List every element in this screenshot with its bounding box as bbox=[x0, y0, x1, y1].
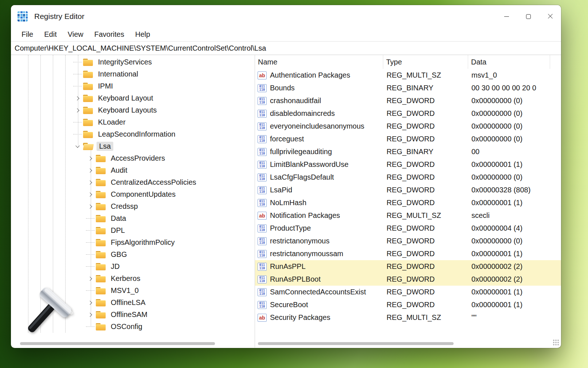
registry-value-row-secureboot[interactable]: 011110SecureBootREG_DWORD0x00000001 (1) bbox=[255, 298, 561, 311]
column-header-data[interactable]: Data bbox=[468, 55, 550, 69]
value-data: 0x00000328 (808) bbox=[468, 186, 561, 194]
registry-value-row-authentication-packages[interactable]: abAuthentication PackagesREG_MULTI_SZmsv… bbox=[255, 69, 561, 82]
tree-item-kloader[interactable]: KLoader bbox=[11, 116, 255, 128]
binary-value-icon: 011110 bbox=[258, 135, 267, 143]
menu-item-edit[interactable]: Edit bbox=[39, 29, 62, 40]
menu-item-view[interactable]: View bbox=[62, 29, 89, 40]
tree-item-data[interactable]: Data bbox=[11, 212, 255, 224]
value-name-cell: 011110SecureBoot bbox=[255, 301, 383, 309]
value-type: REG_DWORD bbox=[383, 97, 468, 105]
registry-value-row-restrictanonymoussam[interactable]: 011110restrictanonymoussamREG_DWORD0x000… bbox=[255, 247, 561, 260]
tree-item-credssp[interactable]: Credssp bbox=[11, 200, 255, 212]
maximize-button[interactable] bbox=[517, 5, 539, 28]
tree-item-dpl[interactable]: DPL bbox=[11, 224, 255, 236]
value-data: 0x00000001 (1) bbox=[468, 250, 561, 258]
close-button[interactable] bbox=[539, 5, 561, 28]
list-horizontal-scrollbar[interactable] bbox=[258, 342, 454, 345]
tree-item-componentupdates[interactable]: ComponentUpdates bbox=[11, 188, 255, 200]
chevron-right-icon[interactable] bbox=[85, 309, 96, 321]
tree-item-label: OfflineSAM bbox=[109, 310, 149, 319]
tree-item-keyboard-layouts[interactable]: Keyboard Layouts bbox=[11, 104, 255, 116]
registry-value-row-runaspplboot[interactable]: 011110RunAsPPLBootREG_DWORD0x00000002 (2… bbox=[255, 273, 561, 286]
registry-value-row-security-packages[interactable]: abSecurity PackagesREG_MULTI_SZ"" bbox=[255, 311, 561, 324]
resize-grip[interactable] bbox=[553, 339, 559, 346]
minimize-button[interactable] bbox=[495, 5, 517, 28]
value-name-cell: 011110LsaCfgFlagsDefault bbox=[255, 173, 383, 181]
chevron-right-icon[interactable] bbox=[85, 176, 96, 188]
tree-connector bbox=[85, 212, 96, 224]
value-type: REG_DWORD bbox=[383, 199, 468, 207]
chevron-right-icon[interactable] bbox=[85, 273, 96, 285]
value-type: REG_DWORD bbox=[383, 275, 468, 283]
registry-value-row-everyoneincludesanonymous[interactable]: 011110everyoneincludesanonymousREG_DWORD… bbox=[255, 120, 561, 133]
tree-item-label: Lsa bbox=[97, 142, 113, 151]
tree-item-accessproviders[interactable]: AccessProviders bbox=[11, 152, 255, 164]
registry-value-row-nolmhash[interactable]: 011110NoLmHashREG_DWORD0x00000001 (1) bbox=[255, 196, 561, 209]
registry-value-row-crashonauditfail[interactable]: 011110crashonauditfailREG_DWORD0x0000000… bbox=[255, 94, 561, 107]
folder-icon bbox=[96, 323, 106, 330]
tree-item-label: Data bbox=[109, 214, 128, 223]
tree-item-leapsecondinformation[interactable]: LeapSecondInformation bbox=[11, 128, 255, 140]
registry-value-row-disabledomaincreds[interactable]: 011110disabledomaincredsREG_DWORD0x00000… bbox=[255, 107, 561, 120]
menu-item-file[interactable]: File bbox=[16, 29, 39, 40]
menu-item-help[interactable]: Help bbox=[130, 29, 156, 40]
menu-item-favorites[interactable]: Favorites bbox=[89, 29, 130, 40]
chevron-right-icon[interactable] bbox=[85, 188, 96, 200]
string-value-icon: ab bbox=[258, 314, 267, 322]
tree-item-kerberos[interactable]: Kerberos bbox=[11, 273, 255, 285]
menu-bar: FileEditViewFavoritesHelp bbox=[11, 28, 561, 41]
chevron-right-icon[interactable] bbox=[85, 152, 96, 164]
value-name-cell: 011110RunAsPPLBoot bbox=[255, 275, 383, 283]
chevron-right-icon[interactable] bbox=[85, 200, 96, 212]
tree-item-fipsalgorithmpolicy[interactable]: FipsAlgorithmPolicy bbox=[11, 236, 255, 248]
value-name-cell: 011110LimitBlankPasswordUse bbox=[255, 160, 383, 169]
registry-values-pane: Name Type Data abAuthentication Packages… bbox=[255, 55, 561, 348]
tree-item-ipmi[interactable]: IPMI bbox=[11, 80, 255, 92]
tree-item-lsa[interactable]: Lsa bbox=[11, 140, 255, 152]
registry-value-row-lsacfgflagsdefault[interactable]: 011110LsaCfgFlagsDefaultREG_DWORD0x00000… bbox=[255, 171, 561, 184]
column-header-name[interactable]: Name bbox=[255, 55, 383, 69]
list-rows: abAuthentication PackagesREG_MULTI_SZmsv… bbox=[255, 69, 561, 324]
tree-item-centralizedaccesspolicies[interactable]: CentralizedAccessPolicies bbox=[11, 176, 255, 188]
column-header-type[interactable]: Type bbox=[383, 55, 468, 69]
chevron-right-icon[interactable] bbox=[72, 104, 83, 116]
tree-item-audit[interactable]: Audit bbox=[11, 164, 255, 176]
value-name-cell: 011110NoLmHash bbox=[255, 199, 383, 207]
value-type: REG_DWORD bbox=[383, 288, 468, 296]
tree-item-label: KLoader bbox=[97, 118, 127, 127]
binary-value-icon: 011110 bbox=[258, 173, 267, 181]
registry-value-row-runasppl[interactable]: 011110RunAsPPLREG_DWORD0x00000002 (2) bbox=[255, 260, 561, 273]
tree-item-international[interactable]: International bbox=[11, 68, 255, 80]
registry-value-row-notification-packages[interactable]: abNotification PackagesREG_MULTI_SZscecl… bbox=[255, 209, 561, 222]
value-data: 0x00000000 (0) bbox=[468, 97, 561, 105]
tree-item-gbg[interactable]: GBG bbox=[11, 248, 255, 261]
registry-value-row-restrictanonymous[interactable]: 011110restrictanonymousREG_DWORD0x000000… bbox=[255, 235, 561, 247]
tree-item-integrityservices[interactable]: IntegrityServices bbox=[11, 56, 255, 68]
registry-value-row-producttype[interactable]: 011110ProductTypeREG_DWORD0x00000004 (4) bbox=[255, 222, 561, 235]
chevron-down-icon[interactable] bbox=[72, 140, 83, 152]
chevron-right-icon[interactable] bbox=[72, 92, 83, 104]
value-name-cell: 011110restrictanonymoussam bbox=[255, 250, 383, 258]
registry-value-row-bounds[interactable]: 011110BoundsREG_BINARY00 30 00 00 00 20 … bbox=[255, 82, 561, 94]
registry-value-row-limitblankpassworduse[interactable]: 011110LimitBlankPasswordUseREG_DWORD0x00… bbox=[255, 158, 561, 171]
registry-value-row-forceguest[interactable]: 011110forceguestREG_DWORD0x00000000 (0) bbox=[255, 133, 561, 145]
value-type: REG_DWORD bbox=[383, 186, 468, 194]
registry-value-row-lsapid[interactable]: 011110LsaPidREG_DWORD0x00000328 (808) bbox=[255, 184, 561, 196]
tree-item-jd[interactable]: JD bbox=[11, 261, 255, 273]
binary-value-icon: 011110 bbox=[258, 199, 267, 207]
folder-icon bbox=[96, 155, 106, 162]
registry-value-row-samconnectedaccountsexist[interactable]: 011110SamConnectedAccountsExistREG_DWORD… bbox=[255, 286, 561, 298]
value-type: REG_DWORD bbox=[383, 224, 468, 232]
value-name-cell: abSecurity Packages bbox=[255, 313, 383, 322]
maximize-icon bbox=[526, 14, 531, 19]
registry-value-row-fullprivilegeauditing[interactable]: 011110fullprivilegeauditingREG_BINARY00 bbox=[255, 145, 561, 158]
value-data: 00 30 00 00 00 20 0 bbox=[468, 84, 561, 92]
value-data: 00 bbox=[468, 148, 561, 156]
tree-item-keyboard-layout[interactable]: Keyboard Layout bbox=[11, 92, 255, 104]
chevron-right-icon[interactable] bbox=[85, 164, 96, 176]
registry-editor-icon bbox=[17, 11, 28, 21]
address-bar[interactable]: Computer\HKEY_LOCAL_MACHINE\SYSTEM\Curre… bbox=[11, 41, 561, 55]
value-type: REG_DWORD bbox=[383, 301, 468, 309]
value-data: 0x00000000 (0) bbox=[468, 135, 561, 143]
chevron-right-icon[interactable] bbox=[85, 297, 96, 309]
